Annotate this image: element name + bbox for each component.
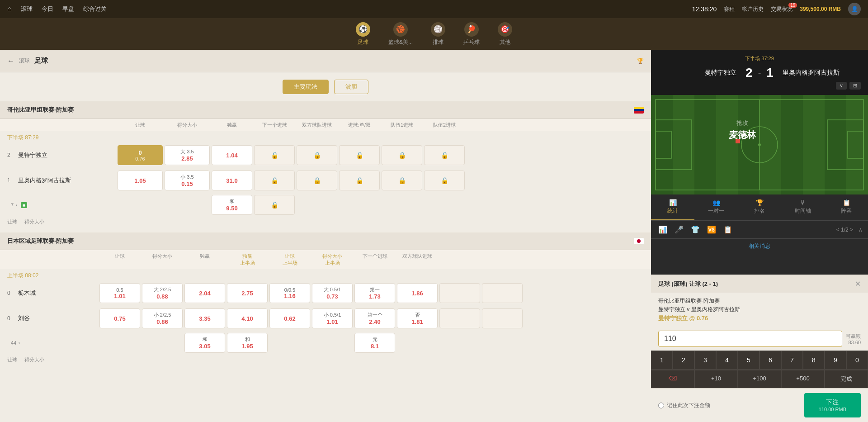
lock-icon-10: 🔒 [441,177,448,184]
nav-rolling[interactable]: 滚球 [21,5,33,13]
nav-early[interactable]: 早盘 [62,5,74,13]
remember-checkbox-label[interactable]: 记住此次下注金额 [658,402,710,409]
stats-tab-h2h[interactable]: 👥 一对一 [694,194,738,220]
col-handicap: 让球 [118,122,163,128]
jt2-win-ht-btn[interactable]: 4.10 [227,308,268,328]
jdraw-win2-btn[interactable]: 和 1.95 [227,333,268,353]
team2-win-btn[interactable]: 31.0 [212,171,252,190]
nav-today[interactable]: 今日 [42,5,53,13]
bet-panel: 足球 (滚球) 让球 (2 - 1) ✕ 哥伦比亚甲组联赛-附加赛 曼特宁独立 … [651,275,868,422]
stats-tab-lineup[interactable]: 📋 阵容 [825,194,868,220]
jt2-next2-btn[interactable]: 否 1.81 [397,308,438,328]
top-navigation: ⌂ 滚球 今日 早盘 综合过关 12:38:20 赛程 帐户历史 交易状况 19… [0,0,868,18]
jt1-size-ht-btn[interactable]: 大 0.5/1 0.73 [312,283,353,303]
plus-100-btn[interactable]: +100 [738,370,781,388]
numpad-4[interactable]: 4 [716,351,738,370]
jt2-next1-btn[interactable]: 第一个 2.40 [354,308,395,328]
jt2-handi-ht-btn[interactable]: 0.62 [269,308,310,328]
numpad-6[interactable]: 6 [760,351,781,370]
jt1-handicap-btn[interactable]: 0.5 1.01 [99,283,140,303]
col-win: 独赢 [212,122,252,128]
size-bottom2: 0.15 [181,180,193,187]
jt2-size-btn[interactable]: 小 2/2.5 0.86 [142,308,183,328]
sport-tab-football[interactable]: ⚽ 足球 [356,22,370,46]
table-row: 0 栃木城 0.5 1.01 大 2/2.5 0.88 2.04 2.75 [0,280,651,306]
jt1-win-ht-btn[interactable]: 2.75 [227,283,268,303]
jt1-handi-ht-btn[interactable]: 0/0.5 1.16 [269,283,310,303]
jdraw-label2: 和 [245,336,250,343]
sub-icon-chart[interactable]: 📊 [656,223,669,236]
stats-tab-timeline[interactable]: 🎙 时间轴 [781,194,825,220]
done-btn[interactable]: 完成 [825,370,868,388]
sub-icon-jersey[interactable]: 👕 [689,223,702,236]
numpad-9[interactable]: 9 [825,351,846,370]
jdraw-next1-btn[interactable]: 元 8.1 [354,333,395,353]
team2-handicap-btn[interactable]: 1.05 [118,171,163,190]
field-action-label: 抢攻 麦德林 [729,119,756,141]
plus-500-btn[interactable]: +500 [781,370,825,388]
jdraw-win-btn[interactable]: 和 3.05 [184,333,225,353]
stats-tab-ranking[interactable]: 🏆 排名 [738,194,781,220]
numpad-0[interactable]: 0 [846,351,868,370]
jt1-win-btn[interactable]: 2.04 [184,283,225,303]
numpad-2[interactable]: 2 [673,351,694,370]
pagination-control[interactable]: < 1/2 > [836,227,853,233]
submit-bet-btn[interactable]: 下注 110.00 RMB [804,393,861,417]
jcol-size: 得分大小 [142,253,183,266]
team1-win-btn[interactable]: 1.04 [212,145,252,165]
numpad-1[interactable]: 1 [651,351,673,370]
jt1-next1-btn[interactable]: 第一 1.73 [354,283,395,303]
score-stage-text: 下半场 87:29 [745,56,774,61]
league-colombia: 哥伦比亚甲组联赛-附加赛 让球 得分大小 独赢 下一个进球 双方球队进球 进球:… [0,101,651,229]
sport-tab-volleyball[interactable]: 🏐 排球 [431,22,445,46]
svg-rect-10 [846,95,868,194]
numpad-8[interactable]: 8 [803,351,825,370]
back-button[interactable]: ← [7,57,14,65]
jt2-handicap-btn[interactable]: 0.75 [99,308,140,328]
sub-icon-vs[interactable]: 🆚 [705,223,718,236]
stats-tab-statistics[interactable]: 📊 统计 [651,194,694,220]
sport-tab-basketball[interactable]: 🏀 篮球&美... [388,22,413,46]
home-icon[interactable]: ⌂ [7,5,12,13]
team1-size-btn[interactable]: 大 3.5 2.85 [165,145,210,165]
bet-amount-input[interactable] [658,331,842,347]
sub-icon-list[interactable]: 📋 [722,223,734,236]
numpad-3[interactable]: 3 [694,351,716,370]
jdraw-n1-label: 元 [373,336,377,343]
numpad-7[interactable]: 7 [781,351,803,370]
filter-wave-btn[interactable]: 波胆 [334,80,368,94]
submit-amount: 110.00 RMB [819,407,846,412]
footer-handicap: 让球 [7,218,17,225]
draw-arrow: › [15,202,17,208]
others-icon: 🎯 [498,22,512,37]
jt1-next2-btn[interactable]: 1.86 [397,283,438,303]
draw-next-locked: 🔒 [254,195,295,215]
account-history-link[interactable]: 帐户历史 [742,5,764,13]
svg-rect-1 [651,95,673,194]
nav-parlay[interactable]: 综合过关 [83,5,107,13]
user-avatar[interactable]: 👤 [848,3,861,15]
remember-checkbox[interactable] [658,403,664,408]
jt2-size-ht-btn[interactable]: 小 0.5/1 1.01 [312,308,353,328]
delete-btn[interactable]: ⌫ [651,370,694,388]
jcol-handicap-ht: 让球上半场 [269,253,310,266]
team2-size-btn[interactable]: 小 3.5 0.15 [165,171,210,190]
sport-tab-tabletennis[interactable]: 🏓 乒乓球 [463,22,480,46]
schedule-link[interactable]: 赛程 [724,5,735,13]
draw-win-btn[interactable]: 和 9.50 [212,195,252,215]
sub-icon-mic[interactable]: 🎤 [673,223,685,236]
score-collapse-btn[interactable]: ∨ [836,82,847,90]
jt2-win-btn[interactable]: 3.35 [184,308,225,328]
bet-close-btn[interactable]: ✕ [855,280,861,288]
collapse-icon[interactable]: ∧ [859,227,863,233]
score-expand-btn[interactable]: ⊞ [849,82,861,90]
sport-tab-others[interactable]: 🎯 其他 [498,22,512,46]
footer-colombia: 让球 得分大小 [0,217,651,229]
filter-main-btn[interactable]: 主要玩法 [283,80,329,94]
team1-handicap-btn[interactable]: 0 0.76 [118,145,163,165]
numpad-5[interactable]: 5 [738,351,760,370]
jt1-size-btn[interactable]: 大 2/2.5 0.88 [142,283,183,303]
related-news-link[interactable]: 相关消息 [651,239,868,254]
trading-status-btn[interactable]: 交易状况 19 [771,5,793,13]
plus-10-btn[interactable]: +10 [694,370,738,388]
